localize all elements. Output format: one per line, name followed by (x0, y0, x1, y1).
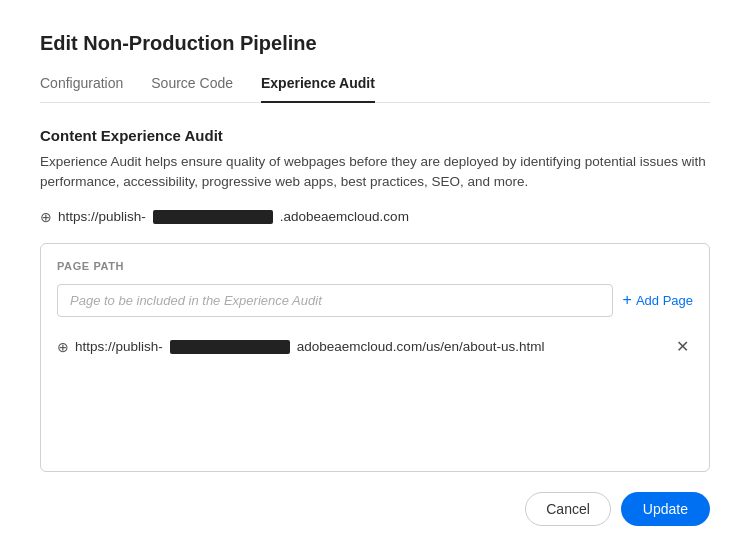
page-entry: ⊕ https://publish-adobeaemcloud.com/us/e… (57, 331, 693, 363)
add-page-button[interactable]: + Add Page (623, 291, 693, 309)
entry-url-suffix: adobeaemcloud.com/us/en/about-us.html (297, 339, 545, 354)
base-url-prefix: https://publish- (58, 209, 146, 224)
entry-globe-icon: ⊕ (57, 339, 69, 355)
tab-configuration[interactable]: Configuration (40, 75, 123, 103)
base-url-display: ⊕ https://publish-.adobeaemcloud.com (40, 209, 710, 225)
tab-bar: Configuration Source Code Experience Aud… (40, 75, 710, 103)
update-button[interactable]: Update (621, 492, 710, 526)
tab-source-code[interactable]: Source Code (151, 75, 233, 103)
page-path-input[interactable] (57, 284, 613, 317)
tab-experience-audit[interactable]: Experience Audit (261, 75, 375, 103)
section-description: Experience Audit helps ensure quality of… (40, 152, 710, 193)
dialog-footer: Cancel Update (40, 472, 710, 526)
entry-redacted-host (170, 340, 290, 354)
page-entry-left: ⊕ https://publish-adobeaemcloud.com/us/e… (57, 339, 544, 355)
edit-pipeline-dialog: Edit Non-Production Pipeline Configurati… (0, 0, 750, 558)
base-url-suffix: .adobeaemcloud.com (280, 209, 409, 224)
add-page-label: Add Page (636, 293, 693, 308)
page-path-section: PAGE PATH + Add Page ⊕ https://publish-a… (40, 243, 710, 473)
cancel-button[interactable]: Cancel (525, 492, 611, 526)
redacted-host (153, 210, 273, 224)
dialog-title: Edit Non-Production Pipeline (40, 32, 710, 55)
section-title: Content Experience Audit (40, 127, 710, 144)
entry-url-prefix: https://publish- (75, 339, 163, 354)
plus-icon: + (623, 291, 632, 309)
page-path-label: PAGE PATH (57, 260, 693, 272)
add-page-row: + Add Page (57, 284, 693, 317)
globe-icon: ⊕ (40, 209, 52, 225)
remove-page-button[interactable]: ✕ (672, 337, 693, 357)
